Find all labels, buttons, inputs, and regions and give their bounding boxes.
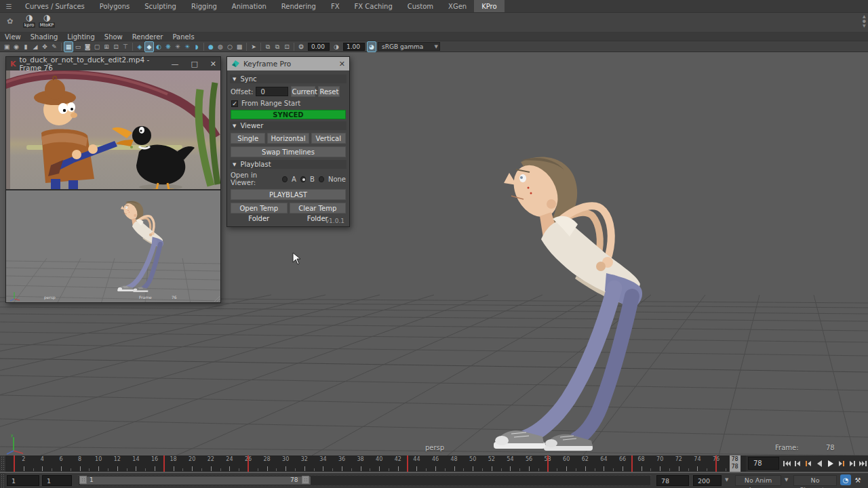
wireframe-icon[interactable]: ◈ xyxy=(135,42,144,52)
time-slider[interactable]: 2468101214161820222426283032343638404244… xyxy=(0,455,868,472)
step-back-key-button[interactable] xyxy=(804,458,814,470)
current-button[interactable]: Current xyxy=(291,86,315,97)
animation-end-field[interactable]: 200 xyxy=(693,475,722,486)
range-end-handle[interactable] xyxy=(302,476,309,484)
keyframe-marker[interactable] xyxy=(14,455,15,472)
offset-input[interactable]: 0 xyxy=(256,87,288,96)
sync-section-header[interactable]: ▼ Sync xyxy=(230,75,347,83)
ambient-occlusion-icon[interactable]: ☀ xyxy=(182,42,192,52)
select-camera-icon[interactable]: ▣ xyxy=(2,42,12,52)
grease-pencil-icon[interactable]: ✎ xyxy=(50,42,59,52)
keyframe-marker[interactable] xyxy=(715,455,717,472)
panel-menu-show[interactable]: Show xyxy=(100,33,127,41)
go-to-end-button[interactable] xyxy=(858,458,868,470)
shaded-icon[interactable]: ◆ xyxy=(144,41,154,52)
current-frame-field[interactable]: 78 xyxy=(748,457,779,470)
window-resize-grip[interactable] xyxy=(212,294,220,302)
bookmark-icon[interactable]: ▮ xyxy=(21,42,31,52)
keyframe-marker[interactable] xyxy=(631,455,633,472)
colorspace-icon[interactable]: ◕ xyxy=(367,41,376,52)
colorspace-dropdown[interactable]: sRGB gamma▼ xyxy=(378,42,440,51)
shelf-tab-polygons[interactable]: Polygons xyxy=(92,0,138,12)
motion-blur-icon[interactable]: ◗ xyxy=(192,42,201,52)
snap-to-curves-icon[interactable]: ⧉ xyxy=(273,42,282,52)
horizontal-viewer-button[interactable]: Horizontal xyxy=(267,133,309,144)
range-start-handle[interactable] xyxy=(79,476,87,484)
lock-camera-icon[interactable]: ◉ xyxy=(12,42,21,52)
playback-range[interactable] xyxy=(80,476,311,485)
reference-video-window[interactable]: K to_duck_or_not_to_duck_edit2.mp4 - Fra… xyxy=(5,56,221,303)
exposure-field[interactable]: 0.00 xyxy=(308,43,330,51)
viewer-radio-a[interactable] xyxy=(282,176,288,182)
viewer-section-header[interactable]: ▼ Viewer xyxy=(230,121,347,130)
playback-end-field[interactable]: 78 xyxy=(656,475,689,486)
viewer-radio-none[interactable] xyxy=(319,176,324,182)
xray-joints-icon[interactable]: ◍ xyxy=(216,42,225,52)
shelf-tab-rendering[interactable]: Rendering xyxy=(274,0,323,12)
gamma-icon[interactable]: ◑ xyxy=(332,42,341,52)
snap-to-points-icon[interactable]: ⊡ xyxy=(282,42,292,52)
clear-temp-folder-button[interactable]: Clear Temp Folder xyxy=(290,203,347,214)
collapse-triangle-icon[interactable]: ▼ xyxy=(233,123,236,129)
rangebar-drag-handle[interactable] xyxy=(0,473,5,488)
panel-menu-view[interactable]: View xyxy=(0,33,26,41)
keyframe-marker[interactable] xyxy=(407,455,408,472)
playblast-button[interactable]: PLAYBLAST xyxy=(231,189,346,200)
shelf-tab-custom[interactable]: Custom xyxy=(400,0,441,12)
minimize-icon[interactable]: — xyxy=(171,60,178,68)
chevron-down-icon[interactable]: ▼ xyxy=(785,477,788,483)
safe-action-icon[interactable]: ⊡ xyxy=(111,42,121,52)
close-icon[interactable]: ✕ xyxy=(339,60,345,68)
character-model[interactable] xyxy=(441,154,698,455)
viewer-radio-b[interactable] xyxy=(300,176,306,182)
maximize-icon[interactable]: □ xyxy=(191,60,197,68)
resolution-gate-icon[interactable]: ◙ xyxy=(83,42,92,52)
safe-title-icon[interactable]: ⊤ xyxy=(121,42,130,52)
image-plane-icon[interactable]: ◢ xyxy=(31,42,40,52)
shelf-tab-fx[interactable]: FX xyxy=(323,0,347,12)
shelf-tab-animation[interactable]: Animation xyxy=(224,0,274,12)
textured-icon[interactable]: ◐ xyxy=(154,42,163,52)
xray-icon[interactable]: ● xyxy=(206,42,216,52)
range-slider-bar[interactable]: 1 1 1 78 78 200 ▼ No Anim Layer ▼ No Cha… xyxy=(0,473,868,488)
step-back-frame-button[interactable] xyxy=(793,458,803,470)
shelf-tab-rigging[interactable]: Rigging xyxy=(184,0,224,12)
checkbox-check-icon[interactable]: ✓ xyxy=(231,100,238,107)
isolate-select-icon[interactable]: ○ xyxy=(225,42,235,52)
shelf-scroll-down-icon[interactable]: ▼ xyxy=(863,24,866,28)
animation-preferences-icon[interactable]: ⚒ xyxy=(852,474,863,485)
collapse-triangle-icon[interactable]: ▼ xyxy=(233,162,236,167)
step-forward-frame-button[interactable] xyxy=(847,458,857,470)
exposure-icon[interactable]: ❂ xyxy=(296,42,306,52)
plugin-shading-icon[interactable]: ▩ xyxy=(235,42,244,52)
shelf-gear-icon[interactable]: ✿ xyxy=(7,17,13,26)
gamma-field[interactable]: 1.00 xyxy=(343,43,365,51)
object-select-icon[interactable]: ➤ xyxy=(249,42,258,52)
shelf-item-kpro[interactable]: ◑ kpro xyxy=(20,14,38,32)
shadows-icon[interactable]: ✳ xyxy=(173,42,182,52)
shelf-tab-curves-surfaces[interactable]: Curves / Surfaces xyxy=(18,0,92,12)
shelf-item-mtokp[interactable]: ◑ MtoKP xyxy=(38,14,56,32)
film-gate-icon[interactable]: ▭ xyxy=(73,42,83,52)
open-temp-folder-button[interactable]: Open Temp Folder xyxy=(231,203,288,214)
reference-window-titlebar[interactable]: K to_duck_or_not_to_duck_edit2.mp4 - Fra… xyxy=(6,57,220,70)
panel-menu-shading[interactable]: Shading xyxy=(26,33,63,41)
timeline-drag-handle[interactable] xyxy=(0,455,5,472)
animation-start-field[interactable]: 1 xyxy=(7,475,39,486)
shelf-menu-icon[interactable]: ☰ xyxy=(0,0,18,12)
play-backwards-button[interactable] xyxy=(814,458,825,470)
playback-start-field[interactable]: 1 xyxy=(42,475,72,486)
shelf-scroll-arrows[interactable]: ▲ ● ▼ xyxy=(863,14,866,28)
play-forwards-button[interactable] xyxy=(825,458,835,470)
vertical-viewer-button[interactable]: Vertical xyxy=(311,133,346,144)
close-icon[interactable]: ✕ xyxy=(210,60,216,68)
anim-layer-dropdown[interactable]: No Anim Layer xyxy=(735,475,781,486)
shelf-tab-kpro[interactable]: KPro xyxy=(474,0,504,12)
swap-timelines-button[interactable]: Swap Timelines xyxy=(231,146,346,157)
2d-pan-zoom-icon[interactable]: ✥ xyxy=(40,42,50,52)
collapse-triangle-icon[interactable]: ▼ xyxy=(233,77,236,82)
auto-key-toggle-icon[interactable]: ◔ xyxy=(840,474,851,485)
go-to-start-button[interactable] xyxy=(782,458,792,470)
panel-menu-panels[interactable]: Panels xyxy=(167,33,199,41)
shelf-tab-xgen[interactable]: XGen xyxy=(441,0,474,12)
